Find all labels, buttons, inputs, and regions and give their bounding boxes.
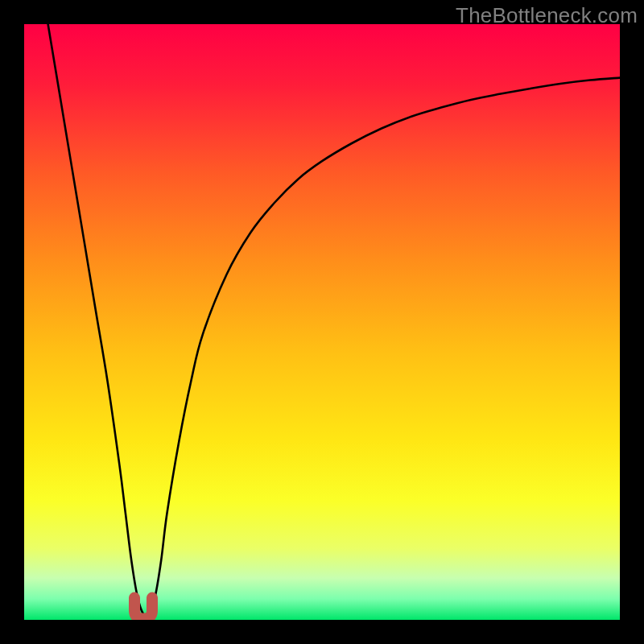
plot-svg: [24, 24, 620, 620]
watermark-text: TheBottleneck.com: [456, 3, 638, 28]
gradient-background: [24, 24, 620, 620]
chart-frame: TheBottleneck.com: [0, 0, 644, 644]
plot-area: [24, 24, 620, 620]
